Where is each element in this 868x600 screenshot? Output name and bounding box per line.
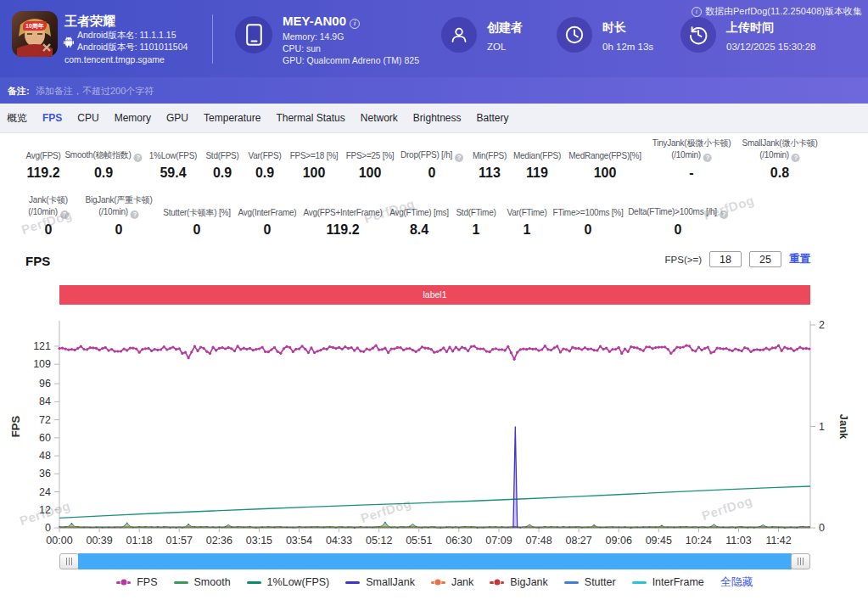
svg-text:01:57: 01:57 (166, 535, 193, 547)
legend-item-smooth[interactable]: Smooth (174, 576, 231, 588)
stat-label: FPS>=25 [%] (346, 131, 395, 162)
stat-cell: Avg(FPS)119.2 (25, 131, 60, 181)
svg-text:07:09: 07:09 (485, 535, 512, 547)
legend-label: FPS (137, 576, 157, 588)
svg-text:10:24: 10:24 (686, 535, 712, 547)
fps-min-input[interactable] (709, 251, 742, 267)
stat-cell: FTime>=100ms [%]0 (553, 188, 624, 238)
svg-text:2: 2 (819, 319, 825, 331)
stat-cell: Stutter(卡顿率) [%]0 (163, 188, 230, 238)
stat-cell: TinyJank(极微小卡顿)(/10min)?- (652, 131, 731, 181)
tab-memory[interactable]: Memory (115, 112, 151, 124)
svg-text:04:33: 04:33 (326, 535, 352, 547)
legend-label: Smooth (194, 576, 231, 588)
stat-cell: FPS>=18 [%]100 (290, 131, 339, 181)
tab-cpu[interactable]: CPU (77, 112, 98, 124)
legend-marker (174, 581, 188, 584)
stat-label: Std(FTime) (456, 188, 496, 219)
stats-row-1: Avg(FPS)119.2Smooth(稳帧指数)?0.91%Low(FPS)5… (0, 131, 868, 182)
device-gpu: GPU: Qualcomm Adreno (TM) 825 (283, 55, 419, 65)
help-icon[interactable]: ? (131, 210, 139, 219)
legend-item-jank[interactable]: Jank (431, 576, 473, 588)
svg-text:60: 60 (39, 432, 51, 444)
tab-概览[interactable]: 概览 (7, 111, 27, 126)
tab-fps[interactable]: FPS (42, 112, 62, 124)
stat-value: 0 (86, 222, 153, 238)
help-icon[interactable]: ? (703, 154, 712, 162)
legend-marker (116, 581, 131, 584)
svg-text:Jank: Jank (837, 414, 850, 440)
stat-value: 0 (28, 222, 69, 238)
hide-all-link[interactable]: 全隐藏 (720, 575, 753, 590)
svg-text:FPS: FPS (9, 416, 22, 438)
fps-max-input[interactable] (749, 251, 781, 267)
device-info-icon[interactable]: i (350, 19, 360, 29)
legend-item-bigjank[interactable]: BigJank (490, 576, 547, 588)
tab-temperature[interactable]: Temperature (204, 112, 260, 124)
scrollbar-left-handle[interactable] (59, 553, 79, 569)
stat-value: - (652, 165, 731, 181)
stat-value: 119 (513, 165, 561, 181)
tab-brightness[interactable]: Brightness (413, 112, 462, 124)
legend-item-smalljank[interactable]: SmallJank (345, 576, 415, 588)
stat-cell: Median(FPS)119 (513, 131, 561, 181)
header: 10周年 王者荣耀 Android版本名: 11.1.1.15 Android版… (0, 0, 868, 77)
stat-cell: 1%Low(FPS)59.4 (149, 131, 197, 181)
svg-text:03:15: 03:15 (246, 535, 272, 547)
legend-label: Jank (451, 576, 473, 588)
stat-cell: Delta(FTime)>100ms [/h]?0 (628, 188, 728, 238)
stat-value: 0.9 (64, 165, 142, 181)
help-icon[interactable]: ? (60, 210, 69, 219)
android-version-name: Android版本名: 11.1.1.15 (77, 30, 188, 42)
svg-text:72: 72 (39, 414, 51, 426)
stat-cell: Drop(FPS) [/h]?0 (400, 131, 463, 181)
duration-value: 0h 12m 13s (602, 42, 653, 52)
stat-label: Avg(FPS) (25, 131, 60, 162)
reset-link[interactable]: 重置 (789, 252, 810, 266)
tab-bar: 概览FPSCPUMemoryGPUTemperatureThermal Stat… (0, 104, 868, 133)
device-cpu: CPU: sun (283, 43, 321, 53)
tab-battery[interactable]: Battery (477, 112, 509, 124)
legend-item-1-low-fps-[interactable]: 1%Low(FPS) (247, 576, 330, 588)
legend-label: BigJank (510, 576, 547, 588)
stat-value: 59.4 (149, 165, 197, 181)
stat-value: 0 (400, 165, 463, 181)
stat-label: SmallJank(微小卡顿)(/10min)? (742, 131, 817, 162)
creator-value: ZOL (487, 42, 506, 52)
legend-item-fps[interactable]: FPS (116, 576, 157, 588)
help-icon[interactable]: ? (720, 210, 728, 219)
scrollbar-track[interactable] (78, 553, 792, 569)
duration-label: 时长 (602, 20, 626, 36)
legend-marker (632, 581, 647, 584)
legend-item-stutter[interactable]: Stutter (564, 576, 616, 588)
legend-marker (431, 581, 445, 584)
scrollbar-right-handle[interactable] (791, 553, 810, 569)
stat-label: Stutter(卡顿率) [%] (163, 188, 230, 219)
svg-text:00:39: 00:39 (86, 535, 112, 547)
help-icon[interactable]: ? (792, 154, 800, 162)
svg-text:0: 0 (819, 522, 825, 534)
device-memory: Memory: 14.9G (283, 31, 344, 42)
help-icon[interactable]: ? (134, 154, 143, 162)
notes-row[interactable]: 备注: 添加备注，不超过200个字符 (0, 77, 868, 104)
creator-icon (441, 17, 477, 53)
stat-label: TinyJank(极微小卡顿)(/10min)? (652, 131, 731, 162)
stat-label: BigJank(严重卡顿)(/10min)? (86, 188, 153, 219)
stat-label: Var(FTime) (507, 188, 547, 219)
collect-version-note: i 数据由PerfDog(11.2.250408)版本收集 (692, 5, 862, 18)
stat-cell: Std(FTime)1 (456, 188, 496, 238)
legend-label: 1%Low(FPS) (267, 576, 330, 588)
legend-item-interframe[interactable]: InterFrame (632, 576, 704, 588)
fps-filter-label: FPS(>=) (665, 255, 702, 265)
legend-label: Stutter (585, 576, 616, 588)
creator-label: 创建者 (487, 20, 523, 36)
svg-text:0: 0 (45, 522, 51, 534)
tab-thermal-status[interactable]: Thermal Status (276, 112, 344, 124)
tab-gpu[interactable]: GPU (166, 112, 188, 124)
stat-cell: BigJank(严重卡顿)(/10min)?0 (86, 188, 153, 238)
stat-cell: FPS>=25 [%]100 (346, 131, 395, 181)
chart-scrollbar (59, 553, 810, 569)
help-icon[interactable]: ? (455, 154, 463, 162)
stat-value: 100 (568, 165, 641, 181)
tab-network[interactable]: Network (361, 112, 398, 124)
